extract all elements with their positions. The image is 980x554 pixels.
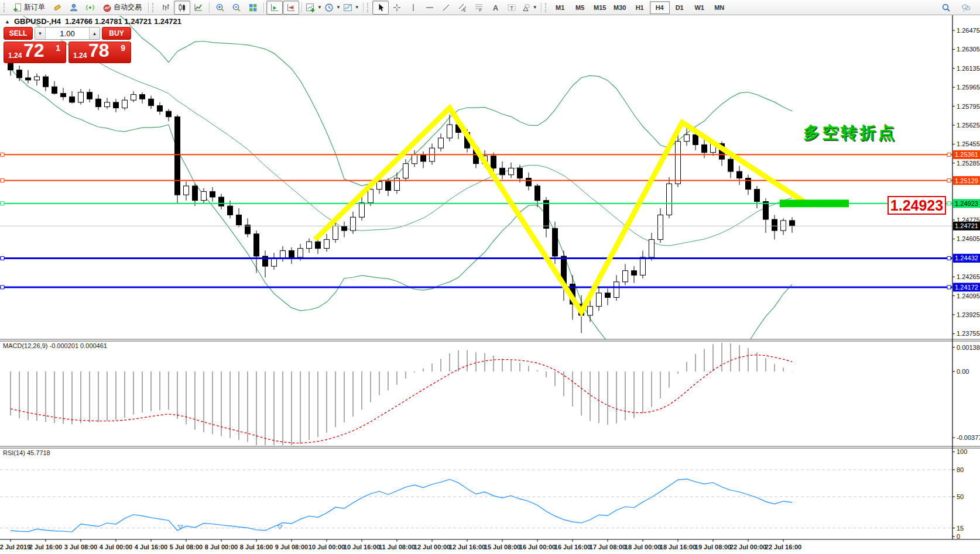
candle xyxy=(87,92,92,99)
svg-text:A: A xyxy=(493,4,498,12)
timeframe-button-D1[interactable]: D1 xyxy=(670,1,690,14)
svg-text:80: 80 xyxy=(957,466,964,473)
svg-text:22 Jul 00:00: 22 Jul 00:00 xyxy=(730,543,766,550)
toolbar-button-profile[interactable] xyxy=(66,1,82,15)
toolbar-button-search[interactable] xyxy=(938,1,954,15)
dropdown-arrow-icon[interactable]: ▼ xyxy=(336,5,341,10)
candle xyxy=(702,144,707,152)
toolbar-button-trendline[interactable] xyxy=(438,1,454,15)
timeframe-button-M5[interactable]: M5 xyxy=(570,1,590,14)
svg-text:F: F xyxy=(479,8,481,12)
search-icon xyxy=(941,3,951,12)
toolbar-button-fibonacci[interactable]: F xyxy=(471,1,487,15)
toolbar-button-signals[interactable] xyxy=(82,1,98,15)
toolbar-button-candlestick-chart[interactable] xyxy=(174,1,190,15)
pivot-annotation-text[interactable]: 多空转折点 xyxy=(803,122,897,144)
candlestick-icon xyxy=(177,3,187,12)
timeframe-button-M30[interactable]: M30 xyxy=(610,1,630,14)
candle xyxy=(359,202,365,217)
dropdown-arrow-icon[interactable]: ▼ xyxy=(317,5,322,10)
timeframe-button-H4[interactable]: H4 xyxy=(650,1,670,14)
chart-shift-icon xyxy=(286,3,296,12)
axis-price-label: 1.25129 xyxy=(953,176,980,185)
candle xyxy=(26,78,31,80)
candle xyxy=(70,97,75,102)
timeframe-button-M1[interactable]: M1 xyxy=(550,1,570,14)
candle xyxy=(316,242,321,248)
timeframe-button-W1[interactable]: W1 xyxy=(690,1,710,14)
highlight-zone-rect[interactable] xyxy=(780,199,849,207)
svg-text:5 Jul 08:00: 5 Jul 08:00 xyxy=(170,543,203,550)
toolbar-button-zoom-out[interactable] xyxy=(228,1,245,15)
toolbar-button-new-order[interactable]: 新订单 xyxy=(9,1,49,15)
buy-button[interactable]: BUY xyxy=(102,27,131,40)
price-callout-box[interactable]: 1.24923 xyxy=(888,196,946,215)
toolbar-button-tile-windows[interactable] xyxy=(245,1,261,15)
volume-input[interactable] xyxy=(46,27,89,39)
candle xyxy=(166,111,172,117)
toolbar-button-chart-shift[interactable] xyxy=(283,1,299,15)
svg-text:1.24172: 1.24172 xyxy=(955,284,978,291)
sell-price-box[interactable]: 1.24 72 1 xyxy=(4,42,66,63)
toolbar-button-equidistant-channel[interactable]: E xyxy=(454,1,471,15)
toolbar-grip xyxy=(4,3,6,12)
toolbar-button-shapes[interactable]: ▼ xyxy=(520,1,539,15)
toolbar-button-periods[interactable]: ▼ xyxy=(323,1,342,15)
dropdown-arrow-icon[interactable]: ▼ xyxy=(355,5,359,10)
svg-text:16 Jul 16:00: 16 Jul 16:00 xyxy=(554,543,591,550)
toolbar-button-chat[interactable] xyxy=(958,1,974,15)
candle xyxy=(298,249,303,257)
svg-text:100: 100 xyxy=(957,448,967,455)
toolbar-button-text-label[interactable]: T xyxy=(503,1,520,15)
dropdown-arrow-icon[interactable]: ▼ xyxy=(533,5,537,10)
volume-decrease-icon[interactable]: ▼ xyxy=(35,27,46,39)
timeframe-button-M15[interactable]: M15 xyxy=(590,1,610,14)
buy-price-box[interactable]: 1.24 78 9 xyxy=(68,42,131,63)
sell-button[interactable]: SELL xyxy=(4,27,33,40)
svg-text:10 Jul 16:00: 10 Jul 16:00 xyxy=(344,543,380,550)
toolbar-button-text[interactable]: A xyxy=(487,1,503,15)
candle xyxy=(412,155,417,164)
svg-text:1.24923: 1.24923 xyxy=(955,200,978,207)
toolbar-button-horizontal-line[interactable] xyxy=(422,1,438,15)
candle xyxy=(272,259,277,266)
collapse-arrow-icon[interactable]: ▲ xyxy=(5,19,10,25)
svg-text:1.24095: 1.24095 xyxy=(957,293,980,300)
sell-price-pip: 1 xyxy=(56,43,60,53)
svg-text:10 Jul 00:00: 10 Jul 00:00 xyxy=(309,543,345,550)
timeframe-button-MN[interactable]: MN xyxy=(710,1,729,14)
toolbar-button-auto-scroll[interactable] xyxy=(266,1,283,15)
toolbar-separator xyxy=(148,2,149,13)
toolbar-button-crosshair[interactable] xyxy=(389,1,405,15)
clock-icon xyxy=(324,3,334,12)
toolbar-grip xyxy=(152,3,155,12)
volume-increase-icon[interactable]: ▲ xyxy=(89,27,100,39)
candle xyxy=(781,221,786,230)
svg-text:50: 50 xyxy=(957,493,964,500)
candle xyxy=(386,181,391,190)
toolbar-separator xyxy=(541,2,542,13)
toolbar-button-zoom-in[interactable] xyxy=(212,1,228,15)
toolbar-button-vertical-line[interactable] xyxy=(405,1,422,15)
svg-text:3 Jul 08:00: 3 Jul 08:00 xyxy=(64,543,97,550)
timeframe-button-H1[interactable]: H1 xyxy=(630,1,650,14)
zoom-in-icon xyxy=(215,3,225,12)
toolbar-button-close-order[interactable] xyxy=(49,1,66,15)
toolbar-button-line-chart[interactable] xyxy=(190,1,207,15)
toolbar-button-indicators[interactable]: ▼ xyxy=(304,1,323,15)
svg-text:1.24721: 1.24721 xyxy=(955,222,978,229)
toolbar-button-templates[interactable]: ▼ xyxy=(342,1,361,15)
chart-canvas[interactable]: 1.264751.263051.261351.259651.257951.256… xyxy=(0,0,980,554)
candle xyxy=(140,95,145,99)
toolbar-button-auto-trading[interactable]: 自动交易 xyxy=(98,1,146,15)
buy-price-big: 78 xyxy=(88,40,109,61)
candle xyxy=(500,168,505,174)
candle xyxy=(280,250,286,258)
axis-price-label: 1.24923 xyxy=(953,199,980,208)
cursor-icon xyxy=(376,3,385,12)
toolbar-button-cursor[interactable] xyxy=(372,1,389,15)
svg-text:1.23755: 1.23755 xyxy=(957,330,980,337)
toolbar-button-bar-chart[interactable] xyxy=(157,1,174,15)
candle xyxy=(35,77,40,80)
svg-text:15 Jul 08:00: 15 Jul 08:00 xyxy=(484,543,520,550)
